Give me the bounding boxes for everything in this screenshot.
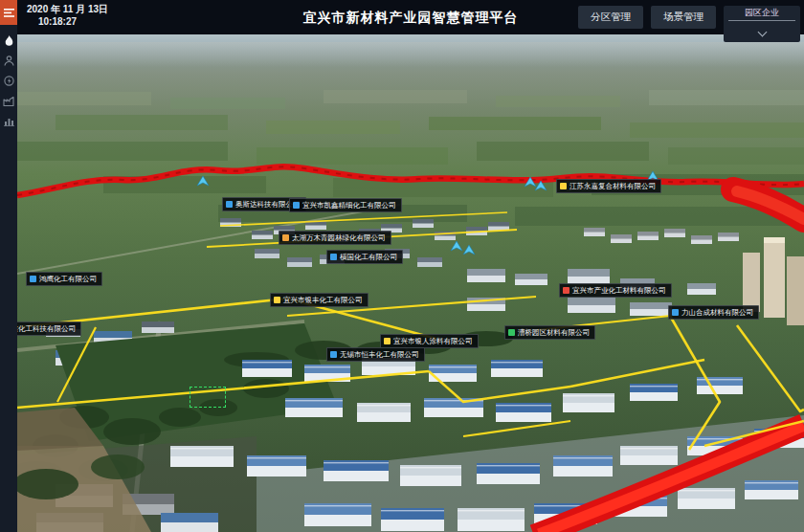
toolbar-item-energy[interactable]	[0, 71, 17, 91]
divider	[728, 20, 795, 21]
drone-marker-icon[interactable]	[462, 243, 476, 255]
company-marker-icon	[384, 338, 391, 344]
company-marker-icon	[330, 254, 337, 260]
company-label[interactable]: 漕桥园区材料有限公司	[504, 325, 595, 340]
company-marker-icon	[30, 276, 36, 282]
company-label-text: 鸿鹰化工有限公司	[39, 274, 97, 284]
company-marker-icon	[293, 202, 300, 209]
toolbar-item-personnel[interactable]	[0, 51, 17, 71]
datetime: 2020 年 11 月 13日 10:18:27	[27, 3, 108, 28]
company-marker-icon	[274, 297, 280, 303]
company-label-text: 兴达化工科技有限公司	[17, 323, 76, 334]
company-marker-icon	[226, 201, 233, 208]
zone-management-button[interactable]: 分区管理	[578, 6, 643, 29]
company-label-text: 宜兴市银人涂料有限公司	[393, 336, 473, 346]
company-marker-icon	[560, 183, 567, 189]
company-label-text: 漕桥园区材料有限公司	[518, 327, 590, 338]
company-label-text: 宜兴市产业化工材料有限公司	[572, 285, 666, 296]
company-label-text: 力山合成材料有限公司	[681, 307, 753, 318]
company-label[interactable]: 江苏永嘉复合材料有限公司	[556, 179, 661, 193]
factory-icon	[3, 96, 14, 106]
drone-marker-icon[interactable]	[534, 179, 547, 190]
company-label[interactable]: 宜兴市产业化工材料有限公司	[559, 283, 672, 298]
company-label-text: 宜兴市银丰化工有限公司	[283, 295, 363, 305]
menu-button[interactable]	[0, 0, 17, 25]
enterprise-dropdown-label: 园区企业	[724, 8, 800, 18]
company-label[interactable]: 鸿鹰化工有限公司	[26, 272, 102, 286]
company-label-text: 江苏永嘉复合材料有限公司	[570, 181, 656, 191]
bar-chart-icon	[4, 116, 14, 126]
company-label[interactable]: 太湖万木青园林绿化有限公司	[279, 231, 391, 245]
company-marker-icon	[508, 329, 515, 336]
hamburger-icon	[4, 9, 14, 17]
company-label[interactable]: 力山合成材料有限公司	[668, 305, 759, 320]
company-label[interactable]: 宜兴市银丰化工有限公司	[270, 293, 368, 307]
company-label[interactable]: 宜兴市银人涂料有限公司	[380, 334, 479, 348]
map-terrain	[17, 34, 804, 532]
toolbar-item-fire[interactable]	[0, 31, 17, 51]
toolbar-item-enterprise[interactable]	[0, 91, 17, 111]
company-label-text: 横国化工有限公司	[340, 252, 397, 262]
company-label[interactable]: 无锡市恒丰化工有限公司	[326, 347, 425, 362]
toolbar-item-statistics[interactable]	[0, 111, 17, 131]
enterprise-dropdown[interactable]: 园区企业	[724, 6, 800, 42]
left-toolbar	[0, 0, 17, 532]
company-label[interactable]: 宜兴市凯鑫精细化工有限公司	[289, 198, 402, 212]
bolt-circle-icon	[4, 76, 14, 86]
company-marker-icon	[330, 351, 337, 358]
company-label[interactable]: 横国化工有限公司	[326, 250, 403, 264]
top-header: 宜兴市新材料产业园智慧管理平台 2020 年 11 月 13日 10:18:27…	[17, 0, 804, 34]
scene-management-button[interactable]: 场景管理	[651, 6, 716, 29]
selection-box	[190, 387, 226, 408]
date-text: 2020 年 11 月 13日	[27, 3, 108, 15]
flame-icon	[4, 35, 14, 47]
person-icon	[4, 55, 14, 66]
drone-marker-icon[interactable]	[450, 239, 463, 251]
company-marker-icon	[282, 234, 289, 241]
time-text: 10:18:27	[27, 15, 108, 28]
company-label-text: 宜兴市凯鑫精细化工有限公司	[302, 200, 396, 211]
drone-marker-icon[interactable]	[196, 174, 210, 186]
chevron-down-icon	[757, 28, 767, 37]
company-marker-icon	[563, 287, 570, 294]
map-viewport[interactable]: 奥斯达科技有限公司宜兴市凯鑫精细化工有限公司太湖万木青园林绿化有限公司横国化工有…	[17, 34, 804, 532]
company-label[interactable]: 兴达化工科技有限公司	[17, 321, 81, 336]
company-marker-icon	[672, 309, 679, 316]
company-label-text: 无锡市恒丰化工有限公司	[340, 349, 419, 360]
company-label-text: 太湖万木青园林绿化有限公司	[292, 233, 386, 243]
